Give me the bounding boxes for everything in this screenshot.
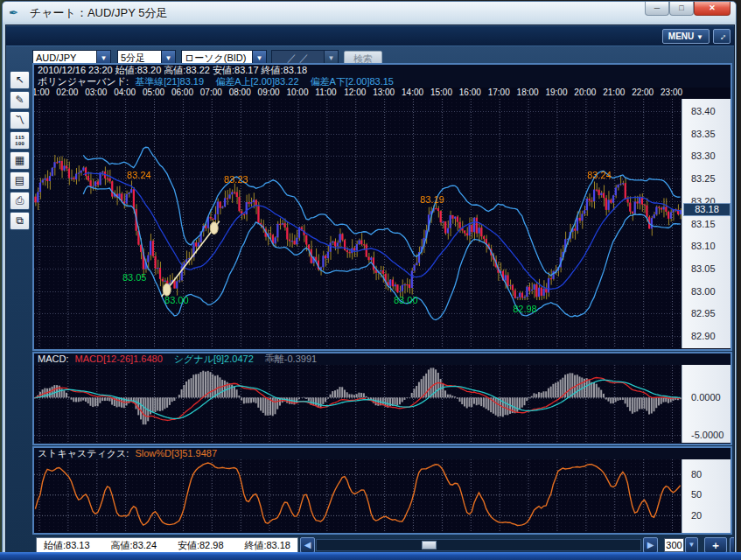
- window-titlebar: ✒ チャート：AUD/JPY 5分足: [3, 2, 736, 24]
- ohlc-info-text: 2010/12/16 23:20 始値:83.20 高値:83.22 安値:83…: [38, 65, 307, 75]
- macd-tick: -5.0000: [691, 430, 724, 440]
- macd-signal: シグナル[9]2.0472: [174, 354, 254, 364]
- minimize-button[interactable]: ─: [645, 2, 669, 16]
- time-tick: 14:00: [402, 88, 423, 97]
- session-high: 高値:83.24: [110, 538, 157, 552]
- ohlc-info-bar: 2010/12/16 23:20 始値:83.20 高値:83.22 安値:83…: [34, 65, 731, 76]
- time-tick: 21:00: [603, 88, 625, 97]
- time-tick: 06:00: [171, 88, 193, 97]
- settings-panel-button[interactable]: ▤: [10, 172, 30, 190]
- copy-window-icon: ⧉: [16, 214, 24, 227]
- time-tick: 01:00: [34, 88, 50, 97]
- grid-tool-button[interactable]: ▦: [10, 151, 30, 170]
- time-tick: 11:00: [315, 88, 336, 97]
- bollinger-info-bar: ボリンジャーバンド: 基準線[21]83.19 偏差A上[2.00]83.22 …: [34, 76, 731, 88]
- scroll-left-button[interactable]: ◀: [300, 537, 315, 553]
- bollinger-lower: 偏差A下[2.00]83.15: [311, 76, 394, 87]
- price-tick: 83.10: [691, 241, 716, 251]
- app-area: MENU ▼ ↔ AUD/JPY ▼ 5分足 ▼ ローソク(BID) ▼ ／ ／…: [5, 24, 735, 554]
- macd-info-bar: MACD: MACD[12-26]1.6480 シグナル[9]2.0472 乖離…: [34, 354, 731, 365]
- time-tick: 19:00: [545, 88, 567, 97]
- window-title: チャート：AUD/JPY 5分足: [30, 5, 167, 21]
- time-tick: 10:00: [286, 88, 308, 97]
- price-tick: 83.40: [691, 106, 716, 116]
- macd-value: MACD[12-26]1.6480: [75, 354, 163, 364]
- macd-tick: 0.0000: [691, 392, 721, 402]
- price-levels-tool-icon: 115100: [10, 135, 29, 147]
- time-tick: 20:00: [574, 88, 596, 97]
- macd-chart-canvas[interactable]: [34, 365, 682, 443]
- time-axis: 01:0002:0003:0004:0005:0006:0007:0008:00…: [34, 88, 731, 99]
- scrollbar-track[interactable]: [316, 539, 641, 551]
- scrollbar-thumb[interactable]: [422, 541, 437, 550]
- settings-panel-icon: ▤: [15, 174, 24, 186]
- time-tick: 09:00: [258, 88, 280, 97]
- cursor-tool-icon: ↖: [15, 74, 24, 86]
- macd-panel: MACD: MACD[12-26]1.6480 シグナル[9]2.0472 乖離…: [32, 352, 732, 445]
- stoch-value: Slow%D[3]51.9487: [135, 448, 217, 458]
- drawing-toolbar: ↖✎〽115100▦▤⎙⧉: [9, 71, 31, 232]
- menu-caret-icon: ▼: [696, 33, 703, 41]
- time-tick: 17:00: [488, 88, 510, 97]
- print-icon: ⎙: [16, 194, 24, 206]
- time-tick: 12:00: [344, 88, 366, 97]
- resize-chart-button[interactable]: ↔: [713, 29, 731, 44]
- price-panel: 2010/12/16 23:20 始値:83.20 高値:83.22 安値:83…: [32, 63, 732, 351]
- macd-axis: 0.0000-5.0000: [682, 365, 731, 443]
- price-tick: 83.05: [691, 263, 716, 274]
- price-tick: 83.35: [691, 129, 716, 139]
- menu-label: MENU: [668, 32, 694, 41]
- current-price-badge: 83.18: [683, 203, 731, 216]
- stoch-tick: 20: [691, 510, 702, 521]
- bollinger-upper: 偏差A上[2.00]83.22: [215, 76, 298, 87]
- time-tick: 03:00: [85, 88, 107, 97]
- cursor-tool-button[interactable]: ↖: [10, 71, 30, 89]
- bar-count-dropdown[interactable]: ▼: [685, 537, 698, 553]
- taskbar: [0, 552, 741, 560]
- print-button[interactable]: ⎙: [10, 192, 30, 210]
- time-tick: 05:00: [143, 88, 164, 97]
- time-tick: 22:00: [632, 88, 654, 97]
- indicator-tool-button[interactable]: 〽: [10, 111, 30, 130]
- time-tick: 02:00: [56, 88, 78, 97]
- price-tick: 83.25: [691, 173, 716, 184]
- draw-tool-button[interactable]: ✎: [10, 91, 30, 109]
- stoch-tick: 80: [691, 469, 702, 480]
- time-tick: 13:00: [373, 88, 395, 97]
- zoom-out-button[interactable]: －: [730, 537, 735, 553]
- price-levels-tool-button[interactable]: 115100: [10, 131, 30, 150]
- scroll-right-button[interactable]: ▶: [643, 537, 658, 553]
- price-tick: 83.30: [691, 150, 716, 161]
- diagonal-arrows-icon: ↔: [714, 28, 730, 44]
- draw-tool-icon: ✎: [15, 94, 24, 106]
- price-chart-canvas[interactable]: [34, 99, 682, 348]
- session-close: 終値:83.18: [244, 538, 290, 552]
- bottom-bar: 始値:83.13 高値:83.24 安値:82.98 終値:83.18 ◀ ▶ …: [32, 536, 732, 554]
- indicator-tool-icon: 〽: [15, 114, 25, 126]
- chart-window: ✒ チャート：AUD/JPY 5分足 ─ □ ✕ MENU ▼ ↔ AUD/JP…: [2, 1, 737, 556]
- stochastics-panel: ストキャスティクス: Slow%D[3]51.9487 805020: [32, 446, 732, 535]
- price-tick: 82.90: [691, 331, 716, 341]
- stoch-chart-canvas[interactable]: [34, 459, 682, 533]
- price-tick: 82.95: [691, 308, 716, 318]
- session-open: 始値:83.13: [44, 538, 90, 552]
- time-tick: 18:00: [517, 88, 539, 97]
- price-axis: 83.4083.3583.3083.2583.2083.1583.1083.05…: [682, 99, 731, 348]
- session-low: 安値:82.98: [178, 538, 224, 552]
- close-button[interactable]: ✕: [694, 2, 731, 16]
- stoch-info-bar: ストキャスティクス: Slow%D[3]51.9487: [34, 448, 731, 459]
- bollinger-basis: 基準線[21]83.19: [135, 76, 204, 87]
- copy-window-button[interactable]: ⧉: [10, 212, 30, 230]
- grid-tool-icon: ▦: [15, 154, 24, 166]
- session-summary: 始値:83.13 高値:83.24 安値:82.98 終値:83.18: [36, 537, 298, 553]
- bar-count-input[interactable]: 300: [664, 538, 684, 552]
- price-tick: 83.15: [691, 219, 716, 229]
- time-tick: 04:00: [114, 88, 136, 97]
- time-tick: 16:00: [459, 88, 481, 97]
- menu-strip: MENU ▼ ↔: [6, 26, 734, 46]
- zoom-in-button[interactable]: ＋: [704, 537, 727, 553]
- macd-prefix: MACD:: [38, 354, 68, 364]
- maximize-button[interactable]: □: [669, 2, 694, 16]
- menu-button[interactable]: MENU ▼: [662, 29, 710, 44]
- stoch-axis: 805020: [682, 459, 731, 533]
